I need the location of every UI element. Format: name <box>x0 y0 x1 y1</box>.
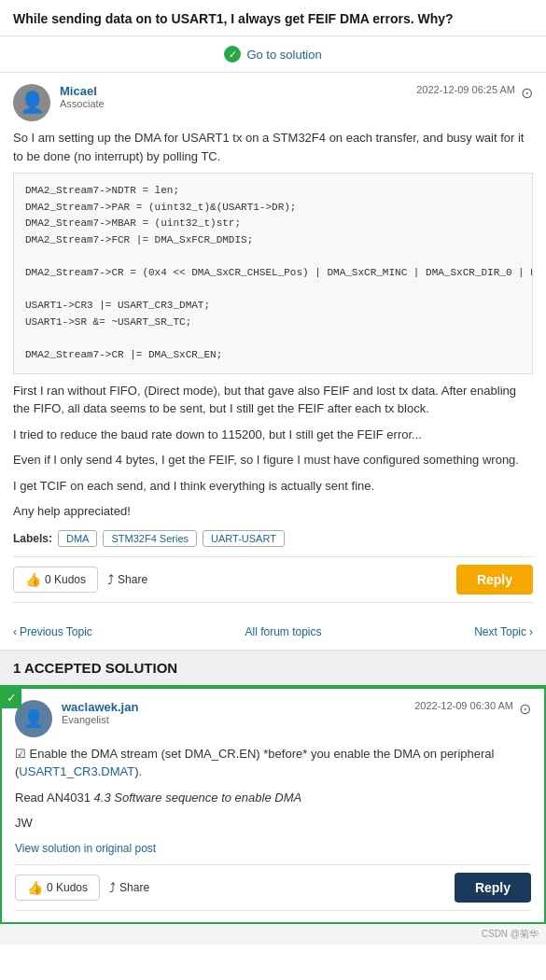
solution-body-1: ☑ Enable the DMA stream (set DMA_CR.EN) … <box>15 745 531 781</box>
view-solution-link[interactable]: View solution in original post <box>15 840 531 857</box>
next-topic-link[interactable]: Next Topic › <box>474 625 533 638</box>
user-icon: 👤 <box>20 91 45 115</box>
solution-post-body: ☑ Enable the DMA stream (set DMA_CR.EN) … <box>15 745 531 857</box>
share-icon: ⤴ <box>107 572 114 587</box>
share-button[interactable]: ⤴ Share <box>107 572 147 587</box>
solution-thumb-up-icon: 👍 <box>27 880 43 895</box>
share-label: Share <box>118 573 147 586</box>
solution-share-label: Share <box>119 881 149 894</box>
solution-post-date: 2022-12-09 06:30 AM <box>414 700 513 711</box>
solution-post-header: 👤 waclawek.jan Evangelist 2022-12-09 06:… <box>15 700 531 737</box>
post-header: 👤 Micael Associate 2022-12-09 06:25 AM ⊙ <box>13 84 533 121</box>
solution-body-3: JW <box>15 814 531 833</box>
solution-post-meta-right: 2022-12-09 06:30 AM ⊙ <box>414 700 531 718</box>
go-to-solution-bar: ✓ Go to solution <box>0 36 546 73</box>
solution-text-2: Read AN4031 <box>15 791 94 805</box>
more-options-icon[interactable]: ⊙ <box>521 84 533 102</box>
reply-button[interactable]: Reply <box>456 565 533 595</box>
labels-row: Labels: DMA STM32F4 Series UART-USART <box>13 530 533 547</box>
prev-topic-link[interactable]: ‹ Previous Topic <box>13 625 92 638</box>
label-dma[interactable]: DMA <box>58 530 97 547</box>
solution-share-button[interactable]: ⤴ Share <box>109 880 149 895</box>
thumb-up-icon: 👍 <box>25 572 41 587</box>
code-block: DMA2_Stream7->NDTR = len; DMA2_Stream7->… <box>13 173 533 374</box>
original-post-actions: 👍 0 Kudos ⤴ Share Reply <box>13 556 533 603</box>
all-topics-link[interactable]: All forum topics <box>245 625 321 638</box>
username[interactable]: Micael <box>60 84 416 98</box>
label-stm32f4[interactable]: STM32F4 Series <box>103 530 197 547</box>
original-post: 👤 Micael Associate 2022-12-09 06:25 AM ⊙… <box>0 73 546 614</box>
solution-user-info: waclawek.jan Evangelist <box>62 700 414 725</box>
body-para-2: I tried to reduce the baud rate down to … <box>13 426 533 444</box>
solution-username[interactable]: waclawek.jan <box>62 700 414 714</box>
body-para-3: Even if I only send 4 bytes, I get the F… <box>13 451 533 469</box>
go-to-solution-link[interactable]: Go to solution <box>246 48 321 62</box>
labels-title: Labels: <box>13 532 52 545</box>
watermark: CSDN @菊华 <box>0 924 546 945</box>
user-info: Micael Associate <box>60 84 416 109</box>
chevron-right-icon: › <box>529 625 533 638</box>
solution-post: ✓ 👤 waclawek.jan Evangelist 2022-12-09 0… <box>0 687 546 924</box>
body-para-4: I get TCIF on each send, and I think eve… <box>13 477 533 496</box>
solution-text-1b: ). <box>134 764 142 778</box>
body-para-1: First I ran without FIFO, (Direct mode),… <box>13 382 533 418</box>
kudos-button[interactable]: 👍 0 Kudos <box>13 567 98 593</box>
body-para-5: Any help appreciated! <box>13 502 533 521</box>
page-wrapper: While sending data on to USART1, I alway… <box>0 0 546 945</box>
solution-kudos-count: 0 Kudos <box>47 881 88 894</box>
solution-reply-button[interactable]: Reply <box>455 873 531 903</box>
next-topic-label: Next Topic <box>474 625 526 638</box>
chevron-left-icon: ‹ <box>13 625 17 638</box>
solution-user-role: Evangelist <box>62 714 414 725</box>
solution-check-icon: ✓ <box>1 688 21 708</box>
solution-share-icon: ⤴ <box>109 880 116 895</box>
solution-link-text[interactable]: USART1_CR3.DMAT <box>19 764 134 778</box>
avatar: 👤 <box>13 84 50 121</box>
nav-row: ‹ Previous Topic All forum topics Next T… <box>0 614 546 651</box>
solution-left-actions: 👍 0 Kudos ⤴ Share <box>15 875 149 901</box>
solution-italic-text: 4.3 Software sequence to enable DMA <box>94 791 302 805</box>
user-role: Associate <box>60 98 416 109</box>
prev-topic-label: Previous Topic <box>20 625 92 638</box>
solution-more-options-icon[interactable]: ⊙ <box>519 700 531 718</box>
left-actions: 👍 0 Kudos ⤴ Share <box>13 567 147 593</box>
accepted-solution-header: 1 ACCEPTED SOLUTION <box>0 651 546 687</box>
kudos-count: 0 Kudos <box>45 573 86 586</box>
post-date: 2022-12-09 06:25 AM <box>416 84 515 95</box>
solution-body-2: Read AN4031 4.3 Software sequence to ena… <box>15 789 531 807</box>
post-body: So I am setting up the DMA for USART1 tx… <box>13 129 533 521</box>
solution-kudos-button[interactable]: 👍 0 Kudos <box>15 875 100 901</box>
post-meta-right: 2022-12-09 06:25 AM ⊙ <box>416 84 533 102</box>
body-line-1: So I am setting up the DMA for USART1 tx… <box>13 129 533 165</box>
solution-post-container: 👤 waclawek.jan Evangelist 2022-12-09 06:… <box>2 689 544 922</box>
question-title: While sending data on to USART1, I alway… <box>0 0 546 36</box>
solution-post-actions: 👍 0 Kudos ⤴ Share Reply <box>15 864 531 911</box>
solution-user-icon: 👤 <box>23 708 44 729</box>
label-uart[interactable]: UART-USART <box>203 530 285 547</box>
check-icon: ✓ <box>224 46 241 63</box>
